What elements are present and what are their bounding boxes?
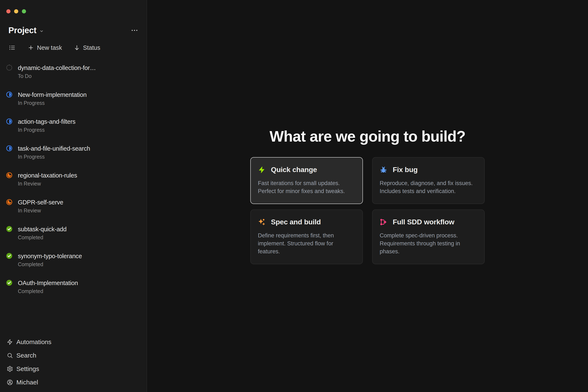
- task-row[interactable]: task-and-file-unified-search In Progress: [6, 144, 147, 160]
- zap-icon: [7, 339, 13, 345]
- task-list: dynamic-data-collection-for… To Do New-f…: [0, 64, 147, 295]
- zoom-window-button[interactable]: [22, 9, 26, 14]
- sparkles-icon: [258, 218, 265, 226]
- task-row[interactable]: New-form-implementation In Progress: [6, 90, 147, 106]
- sort-by-status-button[interactable]: Status: [74, 44, 100, 51]
- main-panel: What are we going to build? Quick change…: [147, 0, 588, 392]
- task-title: synonym-typo-tolerance: [18, 252, 82, 260]
- task-status: In Review: [18, 207, 63, 214]
- project-header: Project: [8, 26, 137, 35]
- plus-icon: [28, 44, 34, 51]
- task-title: dynamic-data-collection-for…: [18, 64, 96, 72]
- task-title: subtask-quick-add: [18, 225, 66, 234]
- status-in-review-icon: [6, 172, 12, 178]
- task-title: GDPR-self-serve: [18, 198, 63, 206]
- card-title: Fix bug: [393, 166, 418, 174]
- project-switcher[interactable]: Project: [8, 26, 44, 35]
- minimize-window-button[interactable]: [14, 9, 18, 14]
- task-title: action-tags-and-filters: [18, 118, 75, 126]
- new-task-label: New task: [37, 44, 62, 51]
- task-status: In Progress: [18, 153, 90, 160]
- sidebar-item-label: Michael: [16, 379, 38, 386]
- close-window-button[interactable]: [6, 9, 10, 14]
- card-quick-change[interactable]: Quick change Fast iterations for small u…: [250, 157, 363, 204]
- sidebar-footer: Automations Search Settings: [0, 335, 147, 392]
- task-row[interactable]: GDPR-self-serve In Review: [6, 198, 147, 214]
- task-title: OAuth-Implementation: [18, 279, 78, 287]
- status-in-progress-icon: [6, 118, 12, 124]
- task-status: In Review: [18, 180, 77, 187]
- task-title: New-form-implementation: [18, 90, 86, 99]
- task-status: Completed: [18, 288, 78, 295]
- task-row[interactable]: action-tags-and-filters In Progress: [6, 118, 147, 134]
- arrow-down-icon: [74, 44, 80, 51]
- workflow-icon: [380, 218, 387, 226]
- app-window: Project New task Status: [0, 0, 588, 392]
- card-description: Fast iterations for small updates. Perfe…: [258, 179, 355, 195]
- status-completed-icon: [6, 226, 12, 232]
- list-icon: [8, 44, 16, 52]
- new-task-button[interactable]: New task: [28, 44, 62, 51]
- card-title: Quick change: [271, 166, 317, 174]
- sidebar-item-settings[interactable]: Settings: [7, 362, 147, 376]
- task-status: In Progress: [18, 126, 75, 134]
- card-title: Full SDD workflow: [393, 218, 454, 226]
- more-options-button[interactable]: [132, 26, 137, 35]
- user-icon: [7, 379, 13, 386]
- card-description: Complete spec-driven process. Requiremen…: [380, 232, 477, 256]
- task-row[interactable]: dynamic-data-collection-for… To Do: [6, 64, 147, 80]
- task-status: In Progress: [18, 99, 86, 106]
- task-row[interactable]: synonym-typo-tolerance Completed: [6, 252, 147, 268]
- list-view-button[interactable]: [8, 44, 16, 52]
- task-row[interactable]: subtask-quick-add Completed: [6, 225, 147, 241]
- page-title: What are we going to build?: [270, 128, 466, 145]
- task-status: Completed: [18, 234, 66, 241]
- bolt-icon: [258, 166, 265, 174]
- sidebar-item-label: Settings: [16, 365, 39, 372]
- task-title: regional-taxation-rules: [18, 171, 77, 180]
- sidebar-item-user[interactable]: Michael: [7, 376, 147, 389]
- task-status: To Do: [18, 72, 96, 80]
- card-spec-and-build[interactable]: Spec and build Define requirements first…: [250, 210, 363, 264]
- card-fix-bug[interactable]: Fix bug Reproduce, diagnose, and fix iss…: [372, 157, 485, 204]
- task-row[interactable]: regional-taxation-rules In Review: [6, 171, 147, 187]
- chevron-down-icon: [39, 28, 44, 34]
- status-in-review-icon: [6, 199, 12, 205]
- gear-icon: [7, 366, 13, 372]
- sidebar-toolbar: New task Status: [8, 44, 147, 52]
- bug-icon: [380, 166, 387, 174]
- workflow-card-grid: Quick change Fast iterations for small u…: [250, 157, 485, 264]
- sidebar: Project New task Status: [0, 0, 147, 392]
- card-description: Reproduce, diagnose, and fix issues. Inc…: [380, 179, 477, 195]
- sidebar-item-label: Automations: [16, 338, 51, 346]
- card-title: Spec and build: [271, 218, 321, 226]
- status-in-progress-icon: [6, 145, 12, 151]
- sidebar-item-search[interactable]: Search: [7, 349, 147, 362]
- task-row[interactable]: OAuth-Implementation Completed: [6, 279, 147, 295]
- sort-label: Status: [83, 44, 100, 51]
- status-todo-icon: [6, 65, 12, 70]
- card-full-sdd-workflow[interactable]: Full SDD workflow Complete spec-driven p…: [372, 210, 485, 264]
- task-status: Completed: [18, 261, 82, 268]
- project-title: Project: [8, 26, 36, 35]
- sidebar-item-automations[interactable]: Automations: [7, 335, 147, 349]
- search-icon: [7, 352, 13, 358]
- status-completed-icon: [6, 280, 12, 286]
- card-description: Define requirements first, then implemen…: [258, 232, 355, 256]
- window-controls: [0, 0, 147, 14]
- status-in-progress-icon: [6, 92, 12, 98]
- sidebar-item-label: Search: [16, 352, 36, 359]
- status-completed-icon: [6, 253, 12, 259]
- task-title: task-and-file-unified-search: [18, 144, 90, 153]
